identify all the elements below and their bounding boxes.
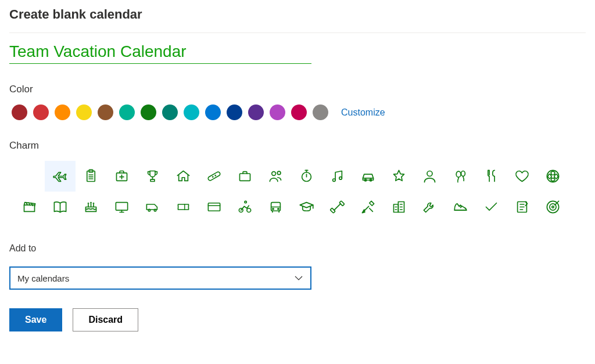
charm-credit-card[interactable] <box>199 192 230 222</box>
balloons-icon <box>453 168 468 184</box>
svg-point-40 <box>148 209 150 211</box>
svg-point-46 <box>247 208 251 212</box>
charm-clipboard[interactable] <box>76 161 106 192</box>
charm-none[interactable] <box>14 161 45 192</box>
svg-point-20 <box>339 177 342 180</box>
customize-color-link[interactable]: Customize <box>341 107 385 118</box>
book-icon <box>52 199 68 215</box>
charm-ticket[interactable] <box>168 192 199 222</box>
charm-music[interactable] <box>322 161 353 192</box>
charm-cake[interactable] <box>76 192 106 222</box>
stopwatch-icon <box>299 168 314 184</box>
utensils-icon <box>483 168 499 184</box>
color-swatch-12[interactable] <box>270 104 285 120</box>
bus-icon <box>268 199 284 215</box>
calendar-name-input[interactable] <box>9 41 311 64</box>
svg-line-66 <box>461 206 462 207</box>
briefcase-icon <box>237 168 253 184</box>
charm-car[interactable] <box>353 161 383 192</box>
chevron-down-icon <box>294 273 303 283</box>
color-swatch-13[interactable] <box>291 104 307 120</box>
charm-buildings[interactable] <box>383 192 414 222</box>
music-icon <box>329 168 345 184</box>
charm-briefcase[interactable] <box>230 161 260 192</box>
star-icon <box>391 168 407 184</box>
charm-van[interactable] <box>137 192 168 222</box>
svg-rect-57 <box>394 204 399 212</box>
home-icon <box>175 168 191 184</box>
charm-checkmark[interactable] <box>476 192 507 222</box>
charm-dumbbell[interactable] <box>322 192 353 222</box>
svg-point-36 <box>93 203 94 204</box>
trophy-icon <box>145 168 160 184</box>
svg-point-10 <box>213 176 213 177</box>
tools-icon <box>360 199 376 215</box>
monitor-icon <box>114 199 130 215</box>
charm-wrench[interactable] <box>414 192 445 222</box>
svg-point-41 <box>154 209 156 211</box>
charm-people[interactable] <box>260 161 291 192</box>
charm-sneaker[interactable] <box>445 192 476 222</box>
person-icon <box>422 168 438 184</box>
svg-rect-9 <box>207 171 221 181</box>
color-swatch-7[interactable] <box>162 104 178 120</box>
charm-balloons[interactable] <box>445 161 476 192</box>
charm-notebook[interactable] <box>507 192 537 222</box>
color-swatch-4[interactable] <box>98 104 113 120</box>
page-title: Create blank calendar <box>9 0 586 33</box>
charm-home[interactable] <box>168 161 199 192</box>
svg-rect-43 <box>208 203 220 211</box>
dumbbell-icon <box>329 199 345 215</box>
color-swatch-6[interactable] <box>141 104 156 120</box>
button-row: Save Discard <box>9 308 586 331</box>
color-swatch-row: Customize <box>9 104 586 120</box>
color-swatch-1[interactable] <box>33 104 49 120</box>
charm-heart[interactable] <box>507 161 537 192</box>
color-swatch-14[interactable] <box>313 104 328 120</box>
first-aid-icon <box>114 168 130 184</box>
charm-monitor[interactable] <box>106 192 137 222</box>
addto-value: My calendars <box>17 273 69 283</box>
addto-dropdown[interactable]: My calendars <box>9 266 311 290</box>
charm-cyclist[interactable] <box>230 192 260 222</box>
svg-point-26 <box>461 171 465 176</box>
color-swatch-10[interactable] <box>227 104 242 120</box>
charm-bandage[interactable] <box>199 161 230 192</box>
color-swatch-8[interactable] <box>184 104 199 120</box>
charm-soccer[interactable] <box>537 161 568 192</box>
save-button[interactable]: Save <box>9 308 62 331</box>
charm-tools[interactable] <box>353 192 383 222</box>
checkmark-icon <box>483 199 499 215</box>
svg-rect-56 <box>339 201 345 206</box>
color-swatch-9[interactable] <box>205 104 221 120</box>
svg-point-34 <box>88 203 88 204</box>
charm-clapper[interactable] <box>14 192 45 222</box>
charm-trophy[interactable] <box>137 161 168 192</box>
charm-person[interactable] <box>414 161 445 192</box>
svg-point-13 <box>272 172 276 176</box>
discard-button[interactable]: Discard <box>73 308 138 331</box>
color-swatch-2[interactable] <box>55 104 70 120</box>
van-icon <box>145 199 160 215</box>
svg-point-11 <box>215 175 216 176</box>
svg-point-14 <box>277 171 281 175</box>
color-swatch-3[interactable] <box>76 104 92 120</box>
charm-graduation[interactable] <box>291 192 322 222</box>
color-swatch-0[interactable] <box>12 104 27 120</box>
color-swatch-11[interactable] <box>248 104 264 120</box>
wrench-icon <box>422 199 438 215</box>
charm-utensils[interactable] <box>476 161 507 192</box>
charm-book[interactable] <box>45 192 76 222</box>
charm-target[interactable] <box>537 192 568 222</box>
charm-bus[interactable] <box>260 192 291 222</box>
charm-stopwatch[interactable] <box>291 161 322 192</box>
svg-rect-28 <box>24 205 35 211</box>
charm-first-aid[interactable] <box>106 161 137 192</box>
charm-star[interactable] <box>383 161 414 192</box>
svg-point-24 <box>427 171 432 176</box>
soccer-icon <box>545 168 561 184</box>
clipboard-icon <box>83 168 99 184</box>
color-swatch-5[interactable] <box>119 104 135 120</box>
cake-icon <box>83 199 99 215</box>
charm-airplane[interactable] <box>45 161 76 192</box>
